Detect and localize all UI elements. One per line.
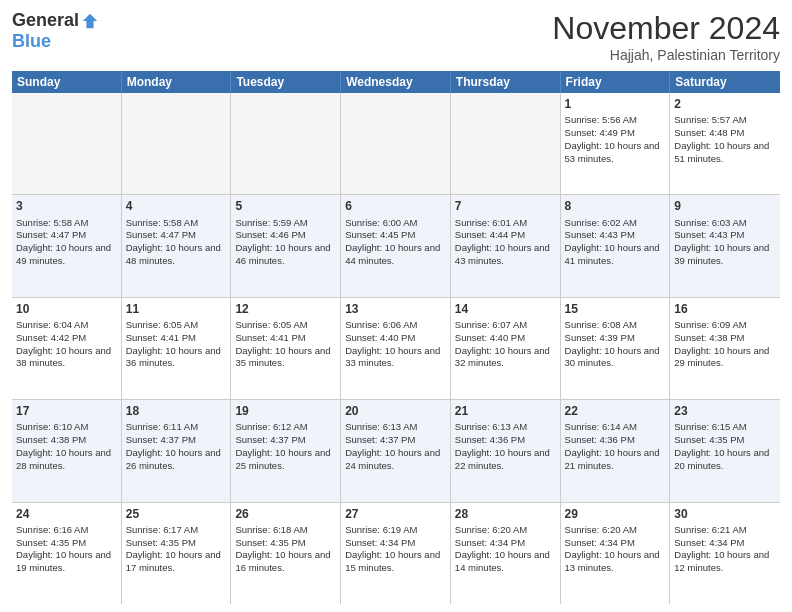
day-info: Sunrise: 5:56 AM Sunset: 4:49 PM Dayligh… — [565, 114, 666, 165]
day-cell-2: 2Sunrise: 5:57 AM Sunset: 4:48 PM Daylig… — [670, 93, 780, 194]
day-cell-4: 4Sunrise: 5:58 AM Sunset: 4:47 PM Daylig… — [122, 195, 232, 296]
empty-cell — [122, 93, 232, 194]
day-info: Sunrise: 5:58 AM Sunset: 4:47 PM Dayligh… — [126, 217, 227, 268]
day-number: 21 — [455, 403, 556, 419]
day-info: Sunrise: 6:10 AM Sunset: 4:38 PM Dayligh… — [16, 421, 117, 472]
month-title: November 2024 — [552, 10, 780, 47]
day-number: 18 — [126, 403, 227, 419]
day-info: Sunrise: 6:13 AM Sunset: 4:37 PM Dayligh… — [345, 421, 446, 472]
day-info: Sunrise: 6:07 AM Sunset: 4:40 PM Dayligh… — [455, 319, 556, 370]
day-cell-11: 11Sunrise: 6:05 AM Sunset: 4:41 PM Dayli… — [122, 298, 232, 399]
day-info: Sunrise: 6:05 AM Sunset: 4:41 PM Dayligh… — [235, 319, 336, 370]
day-number: 26 — [235, 506, 336, 522]
day-info: Sunrise: 5:57 AM Sunset: 4:48 PM Dayligh… — [674, 114, 776, 165]
day-number: 15 — [565, 301, 666, 317]
day-cell-30: 30Sunrise: 6:21 AM Sunset: 4:34 PM Dayli… — [670, 503, 780, 604]
day-cell-3: 3Sunrise: 5:58 AM Sunset: 4:47 PM Daylig… — [12, 195, 122, 296]
day-cell-28: 28Sunrise: 6:20 AM Sunset: 4:34 PM Dayli… — [451, 503, 561, 604]
header-cell-friday: Friday — [561, 71, 671, 93]
day-number: 11 — [126, 301, 227, 317]
header-cell-wednesday: Wednesday — [341, 71, 451, 93]
logo-blue-text: Blue — [12, 31, 51, 52]
day-info: Sunrise: 6:00 AM Sunset: 4:45 PM Dayligh… — [345, 217, 446, 268]
day-cell-19: 19Sunrise: 6:12 AM Sunset: 4:37 PM Dayli… — [231, 400, 341, 501]
title-section: November 2024 Hajjah, Palestinian Territ… — [552, 10, 780, 63]
day-number: 23 — [674, 403, 776, 419]
day-number: 24 — [16, 506, 117, 522]
svg-marker-0 — [83, 13, 97, 27]
day-info: Sunrise: 6:17 AM Sunset: 4:35 PM Dayligh… — [126, 524, 227, 575]
day-number: 13 — [345, 301, 446, 317]
day-cell-14: 14Sunrise: 6:07 AM Sunset: 4:40 PM Dayli… — [451, 298, 561, 399]
header-cell-saturday: Saturday — [670, 71, 780, 93]
day-info: Sunrise: 6:20 AM Sunset: 4:34 PM Dayligh… — [565, 524, 666, 575]
day-info: Sunrise: 6:02 AM Sunset: 4:43 PM Dayligh… — [565, 217, 666, 268]
day-info: Sunrise: 6:19 AM Sunset: 4:34 PM Dayligh… — [345, 524, 446, 575]
day-number: 7 — [455, 198, 556, 214]
day-cell-1: 1Sunrise: 5:56 AM Sunset: 4:49 PM Daylig… — [561, 93, 671, 194]
day-info: Sunrise: 6:06 AM Sunset: 4:40 PM Dayligh… — [345, 319, 446, 370]
day-cell-24: 24Sunrise: 6:16 AM Sunset: 4:35 PM Dayli… — [12, 503, 122, 604]
day-number: 28 — [455, 506, 556, 522]
day-info: Sunrise: 6:18 AM Sunset: 4:35 PM Dayligh… — [235, 524, 336, 575]
logo: General Blue — [12, 10, 99, 52]
day-cell-27: 27Sunrise: 6:19 AM Sunset: 4:34 PM Dayli… — [341, 503, 451, 604]
day-info: Sunrise: 6:09 AM Sunset: 4:38 PM Dayligh… — [674, 319, 776, 370]
calendar-row: 3Sunrise: 5:58 AM Sunset: 4:47 PM Daylig… — [12, 195, 780, 297]
page-container: General Blue November 2024 Hajjah, Pales… — [0, 0, 792, 612]
day-info: Sunrise: 5:59 AM Sunset: 4:46 PM Dayligh… — [235, 217, 336, 268]
day-number: 4 — [126, 198, 227, 214]
day-cell-25: 25Sunrise: 6:17 AM Sunset: 4:35 PM Dayli… — [122, 503, 232, 604]
day-cell-10: 10Sunrise: 6:04 AM Sunset: 4:42 PM Dayli… — [12, 298, 122, 399]
calendar-row: 24Sunrise: 6:16 AM Sunset: 4:35 PM Dayli… — [12, 503, 780, 604]
header-cell-monday: Monday — [122, 71, 232, 93]
location: Hajjah, Palestinian Territory — [552, 47, 780, 63]
day-cell-9: 9Sunrise: 6:03 AM Sunset: 4:43 PM Daylig… — [670, 195, 780, 296]
calendar-body: 1Sunrise: 5:56 AM Sunset: 4:49 PM Daylig… — [12, 93, 780, 604]
day-info: Sunrise: 6:21 AM Sunset: 4:34 PM Dayligh… — [674, 524, 776, 575]
header-cell-tuesday: Tuesday — [231, 71, 341, 93]
day-cell-15: 15Sunrise: 6:08 AM Sunset: 4:39 PM Dayli… — [561, 298, 671, 399]
day-info: Sunrise: 6:15 AM Sunset: 4:35 PM Dayligh… — [674, 421, 776, 472]
day-number: 10 — [16, 301, 117, 317]
day-info: Sunrise: 6:03 AM Sunset: 4:43 PM Dayligh… — [674, 217, 776, 268]
day-cell-26: 26Sunrise: 6:18 AM Sunset: 4:35 PM Dayli… — [231, 503, 341, 604]
empty-cell — [341, 93, 451, 194]
day-cell-20: 20Sunrise: 6:13 AM Sunset: 4:37 PM Dayli… — [341, 400, 451, 501]
day-number: 9 — [674, 198, 776, 214]
day-cell-17: 17Sunrise: 6:10 AM Sunset: 4:38 PM Dayli… — [12, 400, 122, 501]
day-cell-5: 5Sunrise: 5:59 AM Sunset: 4:46 PM Daylig… — [231, 195, 341, 296]
empty-cell — [12, 93, 122, 194]
day-number: 5 — [235, 198, 336, 214]
day-number: 12 — [235, 301, 336, 317]
day-info: Sunrise: 6:11 AM Sunset: 4:37 PM Dayligh… — [126, 421, 227, 472]
calendar: SundayMondayTuesdayWednesdayThursdayFrid… — [12, 71, 780, 604]
header-cell-thursday: Thursday — [451, 71, 561, 93]
day-number: 14 — [455, 301, 556, 317]
day-cell-16: 16Sunrise: 6:09 AM Sunset: 4:38 PM Dayli… — [670, 298, 780, 399]
day-info: Sunrise: 6:12 AM Sunset: 4:37 PM Dayligh… — [235, 421, 336, 472]
day-number: 6 — [345, 198, 446, 214]
day-cell-7: 7Sunrise: 6:01 AM Sunset: 4:44 PM Daylig… — [451, 195, 561, 296]
day-info: Sunrise: 6:05 AM Sunset: 4:41 PM Dayligh… — [126, 319, 227, 370]
day-number: 8 — [565, 198, 666, 214]
day-cell-23: 23Sunrise: 6:15 AM Sunset: 4:35 PM Dayli… — [670, 400, 780, 501]
logo-icon — [81, 12, 99, 30]
day-info: Sunrise: 6:16 AM Sunset: 4:35 PM Dayligh… — [16, 524, 117, 575]
day-number: 16 — [674, 301, 776, 317]
day-cell-8: 8Sunrise: 6:02 AM Sunset: 4:43 PM Daylig… — [561, 195, 671, 296]
day-cell-13: 13Sunrise: 6:06 AM Sunset: 4:40 PM Dayli… — [341, 298, 451, 399]
day-info: Sunrise: 5:58 AM Sunset: 4:47 PM Dayligh… — [16, 217, 117, 268]
calendar-row: 17Sunrise: 6:10 AM Sunset: 4:38 PM Dayli… — [12, 400, 780, 502]
day-cell-22: 22Sunrise: 6:14 AM Sunset: 4:36 PM Dayli… — [561, 400, 671, 501]
day-info: Sunrise: 6:01 AM Sunset: 4:44 PM Dayligh… — [455, 217, 556, 268]
day-info: Sunrise: 6:13 AM Sunset: 4:36 PM Dayligh… — [455, 421, 556, 472]
day-number: 1 — [565, 96, 666, 112]
day-number: 19 — [235, 403, 336, 419]
day-info: Sunrise: 6:08 AM Sunset: 4:39 PM Dayligh… — [565, 319, 666, 370]
calendar-row: 10Sunrise: 6:04 AM Sunset: 4:42 PM Dayli… — [12, 298, 780, 400]
calendar-header: SundayMondayTuesdayWednesdayThursdayFrid… — [12, 71, 780, 93]
calendar-row: 1Sunrise: 5:56 AM Sunset: 4:49 PM Daylig… — [12, 93, 780, 195]
day-info: Sunrise: 6:14 AM Sunset: 4:36 PM Dayligh… — [565, 421, 666, 472]
header: General Blue November 2024 Hajjah, Pales… — [12, 10, 780, 63]
